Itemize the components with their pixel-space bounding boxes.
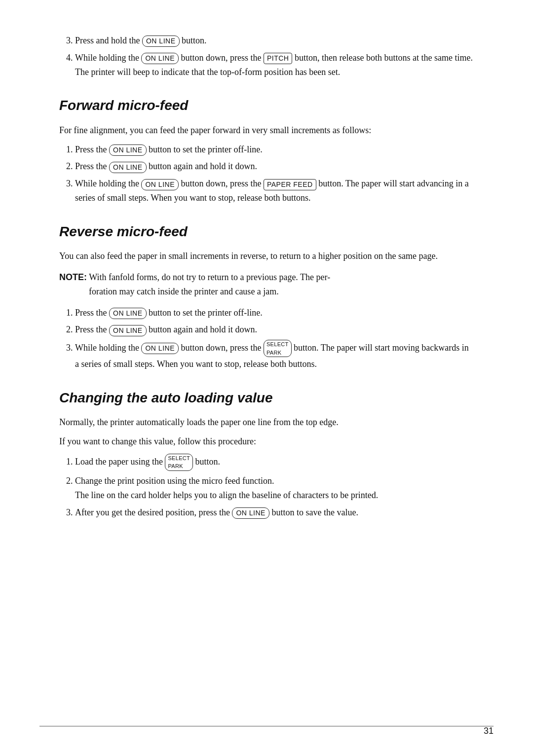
online-button-label: ON LINE — [142, 36, 180, 47]
note-text: With fanfold forms, do not try to return… — [89, 272, 330, 282]
text: button to set the printer off-line. — [149, 308, 263, 318]
list-item: While holding the ON LINE button down, p… — [75, 340, 474, 371]
text: button again and hold it down. — [149, 324, 257, 334]
section-reverse-intro: You can also feed the paper in small inc… — [59, 249, 474, 263]
text: Press the — [75, 161, 109, 171]
text: Change the print position using the micr… — [75, 476, 274, 486]
list-item: Press and hold the ON LINE button. — [75, 34, 474, 48]
section-forward-title: Forward micro-feed — [59, 95, 474, 116]
text: button down, press the — [181, 343, 264, 353]
text: Press the — [75, 308, 109, 318]
text: button down, press the — [181, 179, 264, 188]
forward-list: Press the ON LINE button to set the prin… — [75, 143, 474, 205]
select-park-button-label: SELECTPARK — [165, 454, 193, 471]
text: button again and hold it down. — [149, 161, 257, 171]
section-autoload-intro2: If you want to change this value, follow… — [59, 434, 474, 449]
online-button-label: ON LINE — [109, 325, 147, 336]
online-button-label: ON LINE — [232, 507, 269, 519]
select-park-button-label: SELECTPARK — [264, 340, 292, 357]
list-item: Change the print position using the micr… — [75, 474, 474, 503]
text: button to save the value. — [271, 507, 358, 517]
text: Press and hold the — [75, 36, 142, 45]
pitch-button-label: PITCH — [264, 53, 293, 64]
online-button-label: ON LINE — [109, 144, 147, 156]
online-button-label: ON LINE — [109, 162, 147, 173]
online-button-label: ON LINE — [141, 53, 179, 64]
text: Press the — [75, 324, 109, 334]
section-autoload-intro1: Normally, the printer automatically load… — [59, 415, 474, 430]
list-item: After you get the desired position, pres… — [75, 505, 474, 520]
text: button. — [182, 36, 207, 45]
note-indent-text: foration may catch inside the printer an… — [89, 285, 474, 299]
note-block: NOTE: With fanfold forms, do not try to … — [59, 270, 474, 299]
online-button-label: ON LINE — [109, 308, 147, 319]
text-sub: The line on the card holder helps you to… — [75, 490, 378, 500]
page-number: 31 — [484, 724, 494, 738]
text: Load the paper using the — [75, 457, 165, 467]
page: Press and hold the ON LINE button. While… — [0, 0, 533, 756]
reverse-list: Press the ON LINE button to set the prin… — [75, 306, 474, 371]
list-item: Press the ON LINE button again and hold … — [75, 323, 474, 337]
text: After you get the desired position, pres… — [75, 507, 232, 517]
paperfeed-button-label: PAPER FEED — [264, 179, 316, 190]
autoload-list: Load the paper using the SELECTPARK butt… — [75, 454, 474, 519]
section-autoload-title: Changing the auto loading value — [59, 387, 474, 408]
text: button to set the printer off-line. — [149, 144, 263, 154]
online-button-label: ON LINE — [141, 343, 179, 354]
text: button down, press the — [181, 53, 264, 63]
text: button. — [195, 457, 221, 467]
note-label: NOTE: — [59, 272, 87, 282]
list-item: Press the ON LINE button to set the prin… — [75, 143, 474, 157]
text: While holding the — [75, 53, 141, 63]
list-item: While holding the ON LINE button down, p… — [75, 51, 474, 79]
section-reverse-title: Reverse micro-feed — [59, 221, 474, 242]
text: While holding the — [75, 179, 141, 188]
bottom-rule — [39, 726, 494, 726]
online-button-label: ON LINE — [141, 179, 179, 190]
list-item: While holding the ON LINE button down, p… — [75, 177, 474, 205]
text: While holding the — [75, 343, 141, 353]
list-item: Press the ON LINE button to set the prin… — [75, 306, 474, 320]
list-item: Press the ON LINE button again and hold … — [75, 159, 474, 174]
intro-list: Press and hold the ON LINE button. While… — [75, 34, 474, 79]
section-forward-intro: For fine alignment, you can feed the pap… — [59, 123, 474, 138]
text: Press the — [75, 144, 109, 154]
list-item: Load the paper using the SELECTPARK butt… — [75, 454, 474, 471]
